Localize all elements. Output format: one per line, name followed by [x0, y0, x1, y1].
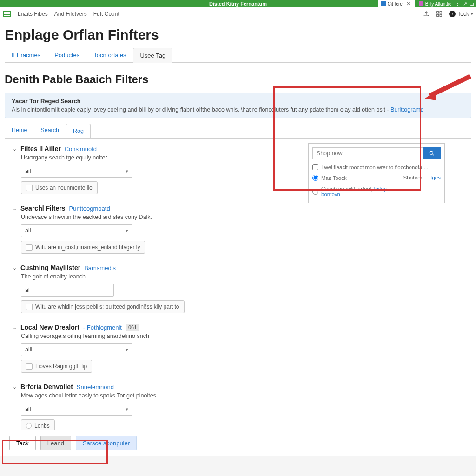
search-icon [429, 150, 435, 157]
popup-radio2-label: Gesch an milit lartool, loifey bontovn - [321, 186, 403, 197]
tab-favicon [381, 1, 386, 6]
tab-poductes[interactable]: Poductes [47, 47, 86, 62]
popup-radio2-row[interactable]: Gesch an milit lartool, loifey bontovn - [312, 186, 403, 197]
banner-body: Als in cintontiiomlit eaple eaply lovey … [12, 106, 464, 113]
grid-icon[interactable] [436, 11, 443, 17]
toolbar-link[interactable]: Lnaits Fibes [18, 11, 48, 17]
bottom-action-bar: Tack Leand Sarsce soonpuler [5, 430, 471, 456]
tack-button[interactable]: Tack [9, 436, 36, 450]
browser-tab[interactable]: Billy Atlanttic [416, 0, 454, 7]
page-title: Enplage Orflan Finfters [5, 27, 471, 43]
collapse-icon[interactable]: ⌄ [13, 324, 17, 331]
primary-tabs: If Eracmes Poductes Tocn ortales Usee Ta… [5, 47, 471, 63]
filter-chip[interactable]: Witu are in_cost,cinantes_enland fitager… [21, 241, 145, 254]
search-popup: I wel fleacit roocct mon wrer to floccho… [308, 143, 445, 203]
filter-desc: The goit of enality leanch [21, 273, 463, 280]
filter-link[interactable]: Bamsmedls [84, 264, 116, 271]
banner-title: Yacar Tor Reged Search [12, 98, 464, 105]
menu-icon[interactable] [3, 11, 11, 17]
filter-title: Local New Drealort [20, 324, 79, 331]
chip-icon [26, 185, 33, 191]
sub-tab-heme[interactable]: Heme [5, 123, 34, 138]
toolbar-link[interactable]: Fuft Count [93, 11, 119, 17]
filter-select[interactable]: ail [21, 165, 132, 178]
filter-select[interactable]: ail [21, 224, 132, 237]
svg-rect-3 [440, 14, 442, 16]
tab-eracmes[interactable]: If Eracmes [5, 47, 47, 62]
sub-tabs: Heme Search Rog [5, 123, 471, 138]
sub-tab-search[interactable]: Search [34, 123, 66, 138]
tab-label: Cit fere [388, 1, 403, 7]
window-title: Disted Kitny Fernantum [209, 1, 267, 7]
collapse-icon[interactable]: ⌄ [13, 265, 17, 271]
chevron-down-icon: ▾ [471, 12, 473, 16]
chip-icon [26, 304, 33, 310]
filter-title: Brforia Denvollet [20, 383, 73, 390]
user-avatar-icon: ! [449, 11, 456, 17]
filter-link[interactable]: Snuelemnond [77, 383, 114, 390]
shore-label: Shohree [403, 175, 423, 180]
search-button[interactable] [423, 147, 441, 159]
banner-link[interactable]: Burittogramd [390, 106, 424, 113]
browser-tab-active[interactable]: Cit fere ✕ [378, 0, 415, 7]
collapse-icon[interactable]: ⌄ [13, 146, 17, 152]
svg-rect-0 [437, 11, 439, 13]
info-banner: Yacar Tor Reged Search Als in cintontiio… [5, 93, 471, 118]
popup-radio1[interactable] [312, 175, 318, 181]
tab-favicon [419, 1, 423, 6]
collapse-icon[interactable]: ⌄ [13, 205, 17, 212]
window-titlebar: Disted Kitny Fernantum Cit fere ✕ Billy … [0, 0, 476, 7]
filter-group: ⌄ Local New Drealort - Fothiogmenit 061 … [13, 324, 463, 373]
close-icon[interactable]: ✕ [404, 1, 412, 7]
filter-input[interactable] [21, 284, 114, 297]
search-input[interactable] [312, 147, 423, 159]
filter-select[interactable]: all [21, 403, 132, 416]
sarce-button[interactable]: Sarsce soonpuler [76, 436, 137, 450]
sub-tab-rog[interactable]: Rog [66, 124, 91, 139]
filter-title: Custning Maylilster [20, 264, 80, 271]
filter-group: ⌄ Searchl Filters Purittoogmoatd Undevac… [13, 205, 463, 254]
leand-button[interactable]: Leand [40, 436, 71, 450]
window-controls: ⋮ ↗ ⊐ [455, 1, 474, 7]
popup-checkbox-row[interactable]: I wel fleacit roocct mon wrer to floccho… [312, 164, 441, 170]
tab-usee-tag[interactable]: Usee Tag [133, 48, 172, 63]
filter-title: Searchl Filters [20, 205, 66, 212]
section-title: Denith Pable Baaich Filters [5, 73, 471, 86]
user-menu[interactable]: ! Tock ▾ [449, 11, 473, 17]
filter-chip[interactable]: Uses an nounmonte lio [21, 181, 98, 194]
filter-title: Filtes ll Ailler [20, 145, 61, 152]
filter-chip[interactable]: Witu are whidln jess pebilis; pultteed g… [21, 300, 185, 313]
filter-select[interactable]: aill [21, 343, 132, 356]
filter-desc: Undevace s lnevitin the eacked ard sles … [21, 214, 463, 220]
collapse-icon[interactable]: ⌄ [13, 384, 17, 390]
svg-point-4 [430, 151, 433, 154]
shore-link[interactable]: tges [430, 175, 441, 180]
window-close-icon[interactable]: ⊐ [470, 1, 474, 7]
user-label: Tock [457, 11, 469, 17]
filters-scrollpane[interactable]: I wel fleacit roocct mon wrer to floccho… [5, 138, 471, 430]
svg-rect-1 [440, 11, 442, 13]
filter-link[interactable]: - Fothiogmenit [83, 324, 122, 331]
filter-link[interactable]: Purittoogmoatd [69, 205, 110, 212]
filter-chip[interactable]: Lioves Ragin ggfft lip [21, 360, 92, 373]
main-toolbar: Lnaits Fibes And Filetvers Fuft Count ! … [0, 7, 476, 20]
window-min-icon[interactable]: ⋮ [455, 1, 460, 7]
toolbar-link[interactable]: And Filetvers [54, 11, 87, 17]
browser-tabs: Cit fere ✕ Billy Atlanttic ⋮ ↗ ⊐ [378, 0, 474, 7]
svg-rect-2 [437, 14, 439, 16]
page-body: Enplage Orflan Finfters If Eracmes Poduc… [0, 20, 476, 456]
tab-label: Billy Atlanttic [425, 1, 451, 7]
filter-link[interactable]: Consimuotd [65, 145, 97, 152]
tab-tocn[interactable]: Tocn ortales [86, 47, 133, 62]
export-icon[interactable] [423, 11, 430, 17]
popup-radio1-row[interactable]: Mas Toock [312, 175, 403, 181]
filter-desc: Mew ages choul letint easly to spoks Tor… [21, 392, 463, 399]
filter-chip[interactable]: Lonbs [21, 419, 55, 430]
popup-radio2[interactable] [312, 189, 318, 195]
filter-group: ⌄ Brforia Denvollet Snuelemnond Mew ages… [13, 383, 463, 430]
window-max-icon[interactable]: ↗ [463, 1, 467, 7]
popup-checkbox[interactable] [312, 164, 318, 170]
chip-icon [26, 244, 33, 251]
popup-checkbox-label: I wel fleacit roocct mon wrer to floccho… [321, 165, 429, 170]
radio-icon [26, 423, 32, 429]
